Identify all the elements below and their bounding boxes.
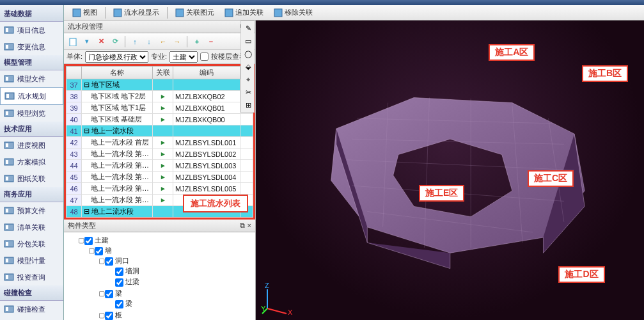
sidebar-item-clash[interactable]: 碰撞检查 [0,301,63,317]
table-row[interactable]: 43 地上一流水段 第…▸MJZLBSYLSDL002 [67,148,253,160]
tool-icon[interactable]: ▭ [242,35,254,47]
table-row[interactable]: 40 地下区域 基础层▸MJZLBXKQB00 [67,114,253,125]
spec-select[interactable]: 土建 [169,51,198,63]
tool-icon[interactable]: ⬙ [242,61,254,72]
toggle-icon[interactable]: ▢ [78,236,84,244]
sidebar-item-flowp[interactable]: 流水规划 [0,87,63,105]
refresh-button[interactable]: ⟳ [109,35,122,48]
sidebar-item-calc[interactable]: 模型计量 [0,252,63,269]
tool-icon[interactable]: ⊞ [242,99,254,111]
tree-checkbox[interactable] [115,278,123,287]
table-row[interactable]: 39 地下区域 地下1层▸MJZLBXKQB01 [67,102,253,114]
remove-button[interactable]: 移除关联 [269,6,317,19]
left-button[interactable]: ← [157,35,169,48]
add-button[interactable]: + [191,35,203,48]
tree-checkbox[interactable] [115,300,123,308]
sidebar-item-sched[interactable]: 进度视图 [0,137,63,154]
tree-root[interactable]: ▢土建▢墙▢洞口墙洞过梁▢梁梁▢板现浇板楼面 [78,235,251,320]
floor-view-checkbox[interactable] [200,52,208,61]
svg-rect-19 [6,225,8,229]
toggle-icon[interactable]: ▢ [88,246,95,255]
table-row[interactable]: 42 地上一流水段 首层▸MJZLBSYLSDL001 [67,137,253,148]
add-button[interactable]: 追加关联 [220,6,268,19]
flow-button[interactable]: 流水段显示 [109,6,164,19]
tree-checkbox[interactable] [115,268,123,276]
cell-extra [240,172,253,183]
component-tree[interactable]: ▢土建▢墙▢洞口墙洞过梁▢梁梁▢板现浇板楼面 [64,232,255,320]
up-button[interactable]: ↑ [129,35,141,48]
tool-icon[interactable]: ⌖ [242,74,254,85]
tree-node[interactable]: 梁 [109,298,251,309]
3d-viewport[interactable]: ▦ ▭ ↖ ✥ ⟲ ⊕ ⊖ ⛶ ⌂ 西南等轴测 纹理视图 [256,5,644,320]
sidebar-item-sub[interactable]: 分包关联 [0,236,63,252]
table-row[interactable]: 44 地上一流水段 第…▸MJZLBSYLSDL003 [67,160,253,172]
svg-rect-15 [6,177,8,180]
svg-rect-11 [6,143,8,147]
tree-node[interactable]: 过梁 [109,276,251,287]
cell-code [173,79,240,91]
cell-link [153,79,173,91]
link-button[interactable]: 关联图元 [171,6,219,19]
tool-icon[interactable]: ◯ [242,48,254,60]
toggle-icon[interactable]: ▢ [98,311,105,319]
sidebar-item-sim[interactable]: 方案模拟 [0,154,63,170]
row-number: 41 [67,125,82,137]
row-number: 39 [67,102,82,114]
table-row[interactable]: 41⊟ 地上一流水段 [67,125,253,137]
down-button[interactable]: ↓ [143,35,155,48]
tree-label: 梁 [125,300,132,307]
row-number: 42 [67,137,82,148]
flag-icon: ▸ [161,92,165,100]
toggle-icon[interactable]: ▢ [98,289,105,298]
sidebar-item-proj[interactable]: 项目信息 [0,22,63,38]
svg-rect-3 [6,45,8,49]
sidebar-label: 分包关联 [17,239,45,249]
panel-close-icon[interactable]: × [247,221,251,230]
sidebar-item-budget[interactable]: 预算文件 [0,202,63,219]
tree-checkbox[interactable] [84,237,93,245]
flag-icon: ▸ [161,138,165,146]
sidebar-item-file[interactable]: 模型文件 [0,70,63,87]
tree-node[interactable]: ▢洞口墙洞过梁 [98,255,251,288]
right-button[interactable]: → [171,35,184,48]
sidebar-item-browse[interactable]: 模型浏览 [0,105,63,122]
viewport-canvas[interactable]: 施工A区施工B区施工C区施工E区施工D区 Z X Y [256,20,644,320]
sidebar-item-draw[interactable]: 图纸关联 [0,170,63,187]
sidebar-label: 预算文件 [17,206,45,216]
tree-node[interactable]: ▢墙▢洞口墙洞过梁▢梁梁▢板现浇板楼面 [88,245,251,320]
col-header[interactable]: 名称 [82,67,153,79]
flow-panel-toolbar: ▾ ✕ ⟳ ↑ ↓ ← → + − [64,33,255,50]
col-header[interactable]: 编码 [173,67,240,79]
minus-button[interactable]: − [205,35,217,48]
tool-icon[interactable]: ✂ [242,86,254,98]
sidebar-item-list[interactable]: 清单关联 [0,219,63,236]
cell-code: MJZLBSYLSDL003 [173,160,240,172]
tree-checkbox[interactable] [95,247,103,255]
col-header[interactable]: 关联 [153,67,173,79]
table-row[interactable]: 37⊟ 地下区域 [67,79,253,91]
cell-name: ⊟ 地下区域 [82,79,153,91]
dropdown-icon[interactable]: ▾ [81,35,93,48]
chg-icon [4,42,14,52]
tree-checkbox[interactable] [105,290,113,298]
table-row[interactable]: 46 地上一流水段 第…▸MJZLBSYLSDL005 [67,183,253,195]
table-row[interactable]: 38 地下区域 地下2层▸MJZLBXKQB02 [67,91,253,102]
tree-checkbox[interactable] [105,312,113,320]
panel-float-icon[interactable]: ⧉ [240,221,245,230]
link-icon [175,8,184,17]
tree-node[interactable]: 墙洞 [109,266,251,276]
new-button[interactable] [67,35,79,48]
toggle-icon[interactable]: ▢ [98,257,105,265]
sidebar-item-chg[interactable]: 变更信息 [0,38,63,55]
table-row[interactable]: 45 地上一流水段 第…▸MJZLBSYLSDL004 [67,172,253,183]
tree-node[interactable]: ▢板现浇板楼面 [98,310,251,320]
cell-extra [240,148,253,160]
tree-node[interactable]: ▢梁梁 [98,288,251,310]
tree-checkbox[interactable] [105,257,113,266]
delete-button[interactable]: ✕ [95,35,107,48]
calc-icon [4,255,14,266]
view-button[interactable]: 视图 [68,6,102,19]
sidebar-item-query[interactable]: 投资查询 [0,269,63,285]
pencil-icon[interactable]: ✎ [242,22,254,34]
unit-select[interactable]: 门急诊楼及行政 [85,51,148,63]
